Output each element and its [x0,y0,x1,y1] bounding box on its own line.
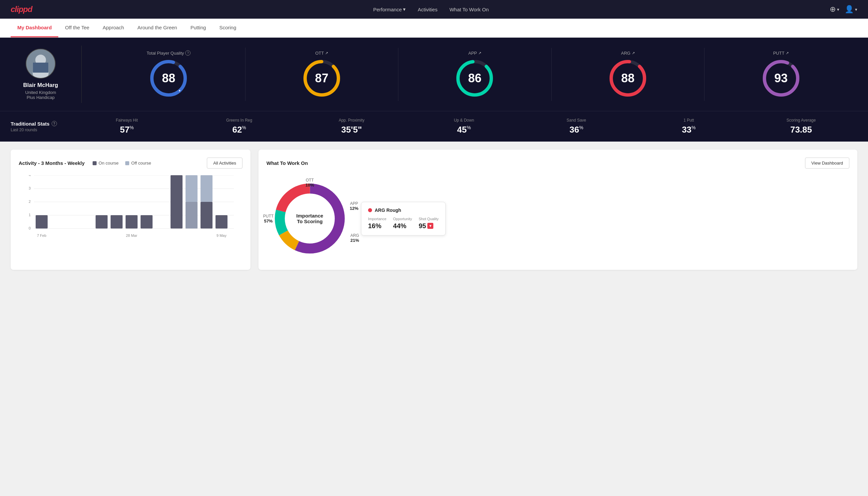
score-arg: ARG ↗ 88 [552,48,705,101]
chart-area: 0 1 2 3 4 [19,175,242,242]
tooltip-dot [368,208,372,212]
tab-my-dashboard[interactable]: My Dashboard [11,19,58,37]
svg-text:7 Feb: 7 Feb [37,233,46,237]
metric-shot-quality: Shot Quality 95 ▼ [419,217,439,230]
svg-rect-35 [201,175,212,202]
svg-text:3: 3 [29,186,31,190]
tab-approach[interactable]: Approach [96,19,130,37]
tooltip-metrics: Importance 16% Opportunity 44% Shot Qual… [368,217,439,230]
avatar [26,49,56,79]
tab-around-the-green[interactable]: Around the Green [130,19,184,37]
bar-chart-svg: 0 1 2 3 4 [19,175,242,242]
bottom-section: Activity - 3 Months - Weekly On course O… [0,142,868,278]
legend-off-course: Off course [125,160,151,166]
work-on-header: What To Work On View Dashboard [267,158,849,169]
svg-rect-3 [33,63,48,73]
svg-text:2: 2 [29,200,31,203]
svg-rect-33 [186,175,198,202]
total-quality-info[interactable]: ? [185,50,190,56]
donut-chart-container: Importance To Scoring OTT 10% PUTT 57% A… [267,175,353,262]
add-button[interactable]: ⊕ ▾ [830,5,839,14]
user-menu-button[interactable]: 👤 ▾ [845,5,857,14]
donut-label-app: APP 12% [350,201,358,211]
divider [81,46,82,103]
svg-rect-28 [126,215,138,229]
svg-text:28 Mar: 28 Mar [126,233,138,237]
svg-text:0: 0 [29,226,31,230]
player-country: United Kingdom [25,90,56,95]
donut-label-ott: OTT 10% [305,178,314,188]
trad-stats-label: Traditional Stats ? Last 20 rounds [11,121,70,132]
traditional-stats: Traditional Stats ? Last 20 rounds Fairw… [0,111,868,142]
nav-performance[interactable]: Performance ▾ [373,6,406,12]
arg-rough-tooltip: ARG Rough Importance 16% Opportunity 44%… [361,202,446,235]
chart-header: Activity - 3 Months - Weekly On course O… [19,158,242,169]
donut-label-arg: ARG 21% [350,233,359,243]
stat-fairways-hit: Fairways Hit 57% [70,118,183,135]
player-name: Blair McHarg [23,82,58,89]
stat-app-proximity: App. Proximity 35'5" [296,118,408,135]
svg-rect-36 [216,215,227,229]
hero-section: Blair McHarg United Kingdom Plus Handica… [0,37,868,111]
tab-putting[interactable]: Putting [184,19,213,37]
app-ring: 86 [455,58,495,98]
donut-label-putt: PUTT 57% [263,214,273,223]
on-course-dot [93,161,97,165]
tab-scoring[interactable]: Scoring [212,19,243,37]
tabs-bar: My Dashboard Off the Tee Approach Around… [0,19,868,37]
tab-off-the-tee[interactable]: Off the Tee [58,19,96,37]
svg-text:1: 1 [29,213,31,217]
score-putt: PUTT ↗ 93 [705,48,857,101]
metric-importance: Importance 16% [368,217,386,230]
chart-title: Activity - 3 Months - Weekly [19,160,84,166]
svg-text:4: 4 [29,175,31,177]
logo[interactable]: clippd [11,5,32,14]
nav-activities[interactable]: Activities [418,7,437,12]
stat-up-down: Up & Down 45% [408,118,520,135]
nav-what-to-work-on[interactable]: What To Work On [449,7,489,12]
arg-ring: 88 [608,58,648,98]
all-activities-button[interactable]: All Activities [207,158,242,169]
svg-rect-30 [171,175,183,229]
top-nav: clippd Performance ▾ Activities What To … [0,0,868,19]
score-total: Total Player Quality ? 88 [92,48,246,101]
svg-rect-29 [141,215,153,229]
score-app: APP ↗ 86 [398,48,552,101]
svg-rect-32 [186,202,198,229]
work-on-content: Importance To Scoring OTT 10% PUTT 57% A… [267,175,849,262]
nav-right: ⊕ ▾ 👤 ▾ [830,5,857,14]
total-ring: 88 [148,58,189,98]
stat-sand-save: Sand Save 36% [520,118,632,135]
donut-center-text: Importance To Scoring [297,213,323,224]
player-handicap: Plus Handicap [27,95,54,100]
shot-quality-down-arrow: ▼ [427,223,433,229]
work-on-card: What To Work On View Dashboard [258,150,857,270]
work-on-title: What To Work On [267,160,308,166]
score-ott: OTT ↗ 87 [246,48,399,101]
chart-legend: On course Off course [93,160,151,166]
svg-rect-25 [36,215,48,229]
stat-1-putt: 1 Putt 33% [632,118,745,135]
svg-rect-27 [111,215,123,229]
legend-on-course: On course [93,160,119,166]
ott-ring: 87 [302,58,342,98]
svg-rect-34 [201,202,212,229]
svg-rect-26 [96,215,108,229]
trad-stats-info[interactable]: ? [52,121,57,126]
view-dashboard-button[interactable]: View Dashboard [805,158,849,169]
svg-text:9 May: 9 May [217,233,226,237]
player-info: Blair McHarg United Kingdom Plus Handica… [11,49,70,100]
stat-greens-in-reg: Greens In Reg 62% [183,118,295,135]
nav-links: Performance ▾ Activities What To Work On [373,6,489,12]
off-course-dot [125,161,129,165]
metric-opportunity: Opportunity 44% [393,217,412,230]
stat-scoring-average: Scoring Average 73.85 [745,118,857,135]
activity-chart-card: Activity - 3 Months - Weekly On course O… [11,150,251,270]
putt-ring: 93 [761,58,801,98]
